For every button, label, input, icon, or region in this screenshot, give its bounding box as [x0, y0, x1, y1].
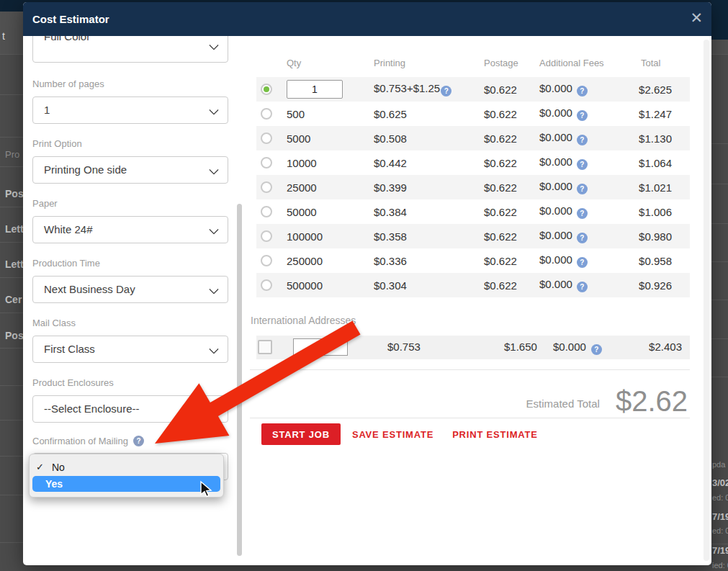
- production-time-select-value: Next Business Day: [44, 283, 135, 295]
- enclosures-select-value: --Select Enclosure--: [44, 403, 140, 415]
- international-printing-value: $0.753: [387, 341, 421, 353]
- qty-radio[interactable]: [261, 132, 272, 144]
- qty-radio[interactable]: [261, 84, 272, 95]
- qty-radio[interactable]: [261, 230, 272, 242]
- estimated-total-label: Estimated Total: [526, 397, 600, 410]
- total-value: $1.130: [626, 132, 690, 145]
- pages-select[interactable]: 1: [32, 96, 228, 124]
- printing-cell: $0.384: [374, 206, 484, 218]
- background-divider: [0, 94, 23, 95]
- background-divider: [711, 184, 728, 184]
- qty-radio[interactable]: [261, 206, 272, 217]
- pages-select-value: 1: [44, 104, 50, 116]
- printing-value: $0.508: [374, 132, 407, 145]
- form-field-print-option: Print Option Printing One side: [32, 138, 228, 184]
- dropdown-option-yes[interactable]: Yes: [32, 476, 220, 492]
- chevron-down-icon: [209, 225, 219, 235]
- qty-cell: 250000: [287, 255, 374, 267]
- pricing-row: 25000 $0.399 $0.622 $0.000? $1.021: [256, 175, 690, 199]
- qty-value: 50000: [287, 206, 317, 218]
- international-fees-value: $0.000?: [553, 341, 602, 355]
- pricing-row: 500 $0.625 $0.622 $0.000? $1.247: [256, 102, 690, 126]
- international-row: $0.753 $1.650 $0.000? $2.403: [256, 336, 690, 359]
- postage-value: $0.622: [484, 255, 539, 267]
- chevron-down-icon: [209, 284, 219, 295]
- total-value: $1.247: [626, 108, 690, 120]
- print-option-select[interactable]: Printing One side: [32, 156, 228, 184]
- fees-cell: $0.000?: [539, 82, 626, 96]
- qty-cell: 50000: [287, 206, 374, 218]
- help-icon[interactable]: ?: [577, 184, 588, 194]
- printing-cell: $0.304: [374, 279, 484, 292]
- field-label: Confirmation of Mailing: [32, 436, 128, 446]
- background-text-fragment: 3/02: [712, 477, 728, 488]
- qty-value: 25000: [287, 181, 317, 194]
- background-divider: [0, 166, 23, 167]
- enclosures-select[interactable]: --Select Enclosure--: [32, 395, 228, 423]
- pricing-row: 5000 $0.508 $0.622 $0.000? $1.130: [256, 126, 690, 150]
- international-qty-input[interactable]: [293, 338, 348, 356]
- international-postage-value: $1.650: [504, 341, 537, 353]
- left-panel-scrollbar[interactable]: [237, 204, 242, 556]
- dropdown-option-no[interactable]: ✓ No: [30, 459, 223, 476]
- help-icon[interactable]: ?: [577, 110, 588, 121]
- print-estimate-button[interactable]: PRINT ESTIMATE: [452, 423, 538, 445]
- postage-value: $0.622: [484, 84, 539, 96]
- qty-radio[interactable]: [261, 279, 272, 291]
- help-icon[interactable]: ?: [577, 282, 588, 292]
- fees-value: $0.000: [539, 278, 572, 290]
- estimated-total-section: Estimated Total $2.62: [250, 378, 690, 415]
- background-divider: [711, 223, 728, 224]
- qty-input[interactable]: [287, 80, 343, 99]
- qty-cell: 500: [287, 108, 374, 120]
- chevron-down-icon: [209, 105, 219, 115]
- help-icon[interactable]: ?: [591, 344, 602, 355]
- help-icon[interactable]: ?: [577, 159, 588, 170]
- printing-value: $0.442: [374, 157, 407, 169]
- form-field-pages: Number of pages 1: [32, 78, 228, 124]
- save-estimate-button[interactable]: SAVE ESTIMATE: [352, 423, 433, 445]
- fees-value: $0.000: [539, 107, 572, 119]
- postage-value: $0.622: [484, 157, 539, 169]
- total-value: $1.006: [626, 206, 690, 218]
- mail-class-select[interactable]: First Class: [32, 336, 228, 363]
- close-icon[interactable]: ✕: [690, 10, 703, 25]
- background-text-fragment: Lett: [5, 258, 24, 270]
- total-value: $0.926: [626, 279, 690, 292]
- production-time-select[interactable]: Next Business Day: [32, 276, 228, 303]
- qty-cell: 10000: [287, 157, 374, 169]
- form-field-enclosures: Product Enclosures --Select Enclosure--: [32, 377, 228, 423]
- pricing-rows: $0.753+$1.25? $0.622 $0.000? $2.625 500 …: [256, 77, 690, 297]
- paper-select[interactable]: White 24#: [32, 216, 228, 243]
- postage-value: $0.622: [484, 132, 539, 145]
- chevron-down-icon: [209, 165, 219, 175]
- qty-radio[interactable]: [261, 181, 272, 193]
- background-text-fragment: ed: 0: [712, 493, 728, 502]
- postage-value: $0.622: [484, 230, 539, 243]
- qty-radio[interactable]: [261, 157, 272, 168]
- printing-help-icon[interactable]: ?: [441, 86, 451, 96]
- help-icon[interactable]: ?: [577, 208, 588, 219]
- start-job-button[interactable]: START JOB: [261, 423, 341, 445]
- help-icon[interactable]: ?: [577, 86, 588, 96]
- help-icon[interactable]: ?: [577, 135, 588, 145]
- help-icon[interactable]: ?: [577, 233, 588, 243]
- qty-radio[interactable]: [261, 255, 272, 266]
- column-header-additional-fees: Additional Fees: [539, 58, 604, 68]
- confirmation-dropdown: ✓ No Yes: [29, 454, 224, 498]
- chevron-down-icon: [209, 344, 219, 354]
- qty-value: 10000: [287, 157, 317, 169]
- mail-class-select-value: First Class: [44, 343, 95, 355]
- international-checkbox[interactable]: [258, 340, 272, 354]
- qty-radio[interactable]: [261, 108, 272, 120]
- background-divider: [0, 54, 23, 55]
- modal-header: Cost Estimator ✕: [23, 2, 711, 36]
- printing-value: $0.336: [374, 255, 407, 267]
- help-icon[interactable]: ?: [577, 257, 588, 268]
- field-label: Production Time: [32, 258, 228, 269]
- help-icon[interactable]: ?: [133, 436, 144, 446]
- background-divider: [0, 542, 23, 543]
- printing-cell: $0.399: [374, 181, 484, 194]
- modal-scrollbar-track[interactable]: [704, 40, 709, 561]
- total-value: $1.064: [626, 157, 690, 169]
